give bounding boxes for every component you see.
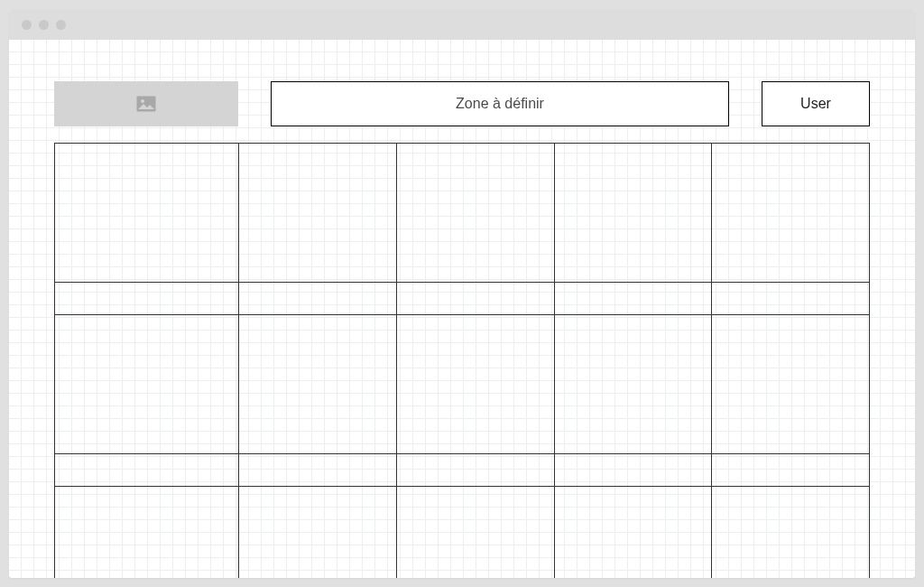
user-button[interactable]: User [762,81,870,126]
logo-placeholder[interactable] [54,81,238,126]
window-control-minimize[interactable] [39,20,49,30]
window-control-maximize[interactable] [56,20,66,30]
table-row [55,144,870,283]
table-row [55,487,870,579]
browser-window: Zone à définir User [9,9,915,578]
table-row [55,283,870,315]
header-row: Zone à définir User [54,81,870,126]
window-titlebar [9,9,915,40]
wireframe-canvas: Zone à définir User [9,40,915,578]
window-control-close[interactable] [22,20,32,30]
svg-point-1 [141,99,144,103]
table-row [55,454,870,487]
zone-placeholder[interactable]: Zone à définir [271,81,729,126]
table-row [55,315,870,454]
image-icon [136,96,156,112]
content-grid [54,143,870,578]
